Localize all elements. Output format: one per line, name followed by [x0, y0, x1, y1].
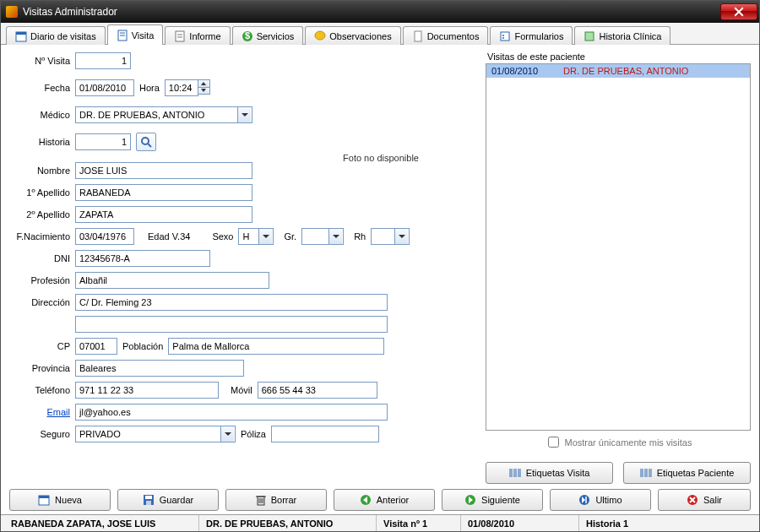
label-fecha: Fecha [9, 83, 70, 93]
telefono-input[interactable] [75, 382, 219, 399]
status-doctor: DR. DE PRUEBAS, ANTONIO [198, 515, 376, 531]
form-area: Nº Visita Fecha Hora Médico DR. [9, 52, 480, 484]
side-header: Visitas de este paciente [486, 52, 751, 63]
movil-input[interactable] [258, 382, 377, 399]
button-label: Etiquetas Visita [526, 468, 590, 478]
status-visita: Visita nº 1 [376, 515, 460, 531]
label-profesion: Profesión [9, 275, 70, 285]
apellido1-input[interactable] [75, 184, 252, 201]
dni-input[interactable] [75, 250, 210, 267]
seguro-combo[interactable]: PRIVADO [75, 426, 236, 442]
button-label: Guardar [160, 495, 193, 505]
seguro-value: PRIVADO [79, 429, 219, 439]
historia-input[interactable] [75, 133, 131, 150]
tab-diario[interactable]: Diario de visitas [6, 26, 106, 45]
poliza-input[interactable] [271, 426, 379, 442]
arrow-last-icon [578, 494, 590, 506]
apellido2-input[interactable] [75, 206, 252, 223]
svg-point-16 [142, 138, 149, 144]
label-movil: Móvil [231, 385, 252, 395]
poblacion-input[interactable] [168, 338, 384, 355]
only-mine-label: Mostrar únicamente mis visitas [565, 437, 692, 448]
guardar-button[interactable]: Guardar [117, 489, 219, 511]
label-provincia: Provincia [9, 363, 70, 373]
visit-row[interactable]: 01/08/2010 DR. DE PRUEBAS, ANTONIO [486, 64, 750, 78]
label-cp: CP [9, 341, 70, 351]
save-icon [143, 494, 155, 506]
sexo-combo[interactable]: H [238, 228, 274, 245]
label-gr: Gr. [284, 231, 296, 242]
calendar-icon [15, 30, 27, 42]
label-email[interactable]: Email [9, 407, 70, 417]
siguiente-button[interactable]: Siguiente [442, 489, 543, 511]
arrow-left-icon [360, 494, 372, 506]
fnacimiento-input[interactable] [75, 228, 134, 245]
profesion-input[interactable] [75, 272, 269, 289]
salir-button[interactable]: Salir [658, 489, 751, 511]
status-historia: Historia 1 [578, 515, 756, 531]
anterior-button[interactable]: Anterior [334, 489, 435, 511]
direccion-input[interactable] [75, 294, 388, 311]
tab-label: Informe [189, 31, 220, 41]
button-label: Salir [703, 495, 722, 505]
medico-combo[interactable]: DR. DE PRUEBAS, ANTONIO [75, 106, 252, 123]
svg-point-14 [502, 37, 504, 39]
borrar-button[interactable]: Borrar [225, 489, 327, 511]
exit-icon [687, 494, 698, 506]
gr-combo[interactable] [301, 228, 344, 245]
tab-documentos[interactable]: Documentos [403, 26, 489, 45]
chevron-down-icon [394, 229, 408, 244]
medico-value: DR. DE PRUEBAS, ANTONIO [79, 110, 236, 120]
provincia-input[interactable] [75, 360, 244, 377]
only-mine-checkbox[interactable] [548, 437, 559, 448]
status-fecha: 01/08/2010 [460, 515, 578, 531]
search-icon [140, 136, 152, 148]
hora-input[interactable] [165, 79, 198, 96]
button-label: Siguiente [481, 495, 520, 505]
email-input[interactable] [75, 404, 388, 421]
tab-label: Formularios [514, 31, 563, 41]
svg-rect-11 [415, 31, 421, 41]
forms-icon [499, 30, 511, 42]
label-apellido1: 1º Apellido [9, 187, 70, 198]
arrow-right-icon [464, 494, 476, 506]
hora-spinner[interactable] [198, 79, 210, 95]
ultimo-button[interactable]: Ultimo [550, 489, 651, 511]
search-history-button[interactable] [136, 133, 156, 151]
window: Visitas Administrador Diario de visitas … [0, 0, 760, 532]
comment-icon [314, 30, 326, 42]
visit-doctor: DR. DE PRUEBAS, ANTONIO [563, 66, 688, 76]
chevron-up-icon [198, 80, 209, 88]
label-historia: Historia [9, 137, 70, 147]
button-label: Ultimo [595, 495, 622, 505]
direccion2-input[interactable] [75, 316, 388, 333]
tab-label: Historia Clínica [599, 31, 661, 41]
cp-input[interactable] [75, 338, 117, 355]
nueva-button[interactable]: Nueva [9, 489, 111, 511]
tab-formularios[interactable]: Formularios [490, 26, 573, 45]
label-poliza: Póliza [241, 429, 266, 439]
label-telefono: Teléfono [9, 385, 70, 395]
history-icon [584, 30, 595, 42]
bottom-toolbar: Nueva Guardar Borrar Anterior Siguiente … [1, 486, 759, 514]
etiquetas-paciente-button[interactable]: Etiquetas Paciente [623, 462, 751, 484]
chevron-down-icon [198, 88, 209, 95]
nombre-input[interactable] [75, 162, 252, 179]
tab-servicios[interactable]: $ Servicios [232, 26, 304, 45]
label-hora: Hora [139, 83, 160, 93]
label-fnacimiento: F.Nacimiento [9, 231, 70, 242]
tab-visita[interactable]: Visita [107, 24, 164, 45]
etiquetas-visita-button[interactable]: Etiquetas Visita [486, 462, 613, 484]
tab-label: Visita [132, 30, 155, 41]
svg-rect-31 [39, 496, 49, 498]
fecha-input[interactable] [75, 79, 134, 96]
tab-observaciones[interactable]: Observaciones [305, 26, 400, 45]
close-button[interactable] [720, 3, 757, 20]
tab-historia[interactable]: Historia Clínica [574, 26, 670, 45]
tab-informe[interactable]: Informe [165, 26, 230, 45]
n-visita-input[interactable] [75, 52, 131, 69]
visit-list[interactable]: 01/08/2010 DR. DE PRUEBAS, ANTONIO [486, 63, 751, 431]
label-n-visita: Nº Visita [9, 56, 70, 66]
close-icon [734, 7, 744, 17]
rh-combo[interactable] [371, 228, 410, 245]
